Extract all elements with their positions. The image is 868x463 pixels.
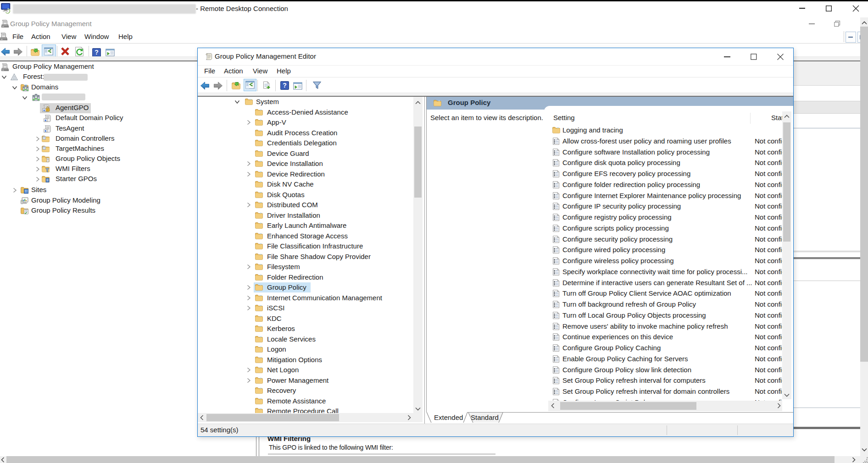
svg-text:?: ?	[95, 49, 99, 56]
